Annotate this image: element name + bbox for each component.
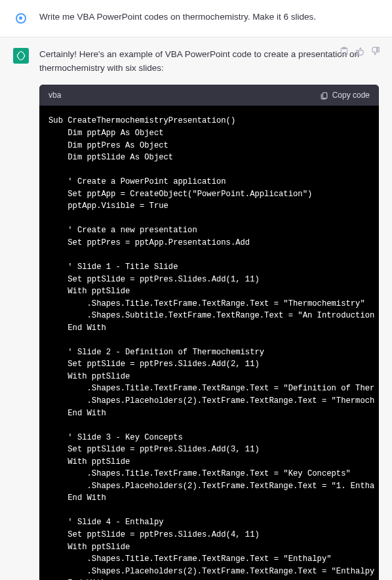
assistant-intro-text: Certainly! Here's an example of VBA Powe… [39,48,379,75]
code-pre[interactable]: Sub CreateThermochemistryPresentation() … [39,106,379,580]
thumbs-down-icon[interactable] [371,47,380,56]
thumbs-up-icon[interactable] [355,47,364,56]
code-language-label: vba [49,89,61,102]
copy-code-label: Copy code [332,89,370,102]
clipboard-icon[interactable] [340,47,349,56]
assistant-avatar [13,48,29,64]
copy-code-button[interactable]: Copy code [320,89,370,102]
svg-rect-0 [323,93,327,98]
code-content: Sub CreateThermochemistryPresentation() … [49,115,370,580]
user-message: Write me VBA PowerPoint codes on thermoc… [0,0,392,37]
user-avatar [13,10,29,26]
message-actions [340,47,380,56]
code-header: vba Copy code [39,85,379,106]
code-block: vba Copy code Sub CreateThermochemistryP… [39,85,379,580]
assistant-content: Certainly! Here's an example of VBA Powe… [39,48,379,580]
assistant-message: Certainly! Here's an example of VBA Powe… [0,37,392,580]
clipboard-icon [320,91,328,100]
user-message-text: Write me VBA PowerPoint codes on thermoc… [39,10,379,26]
